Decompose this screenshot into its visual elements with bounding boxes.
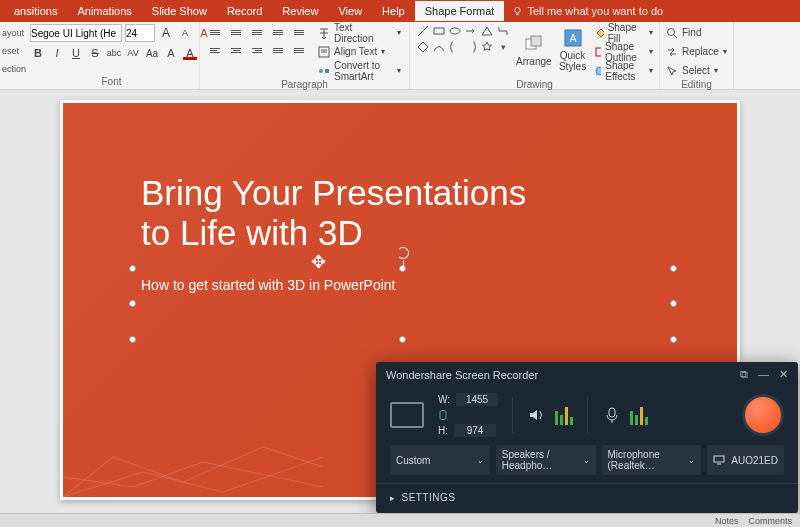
record-button[interactable] bbox=[742, 394, 784, 436]
highlight-button[interactable]: A bbox=[163, 44, 179, 62]
font-color-button[interactable]: A bbox=[182, 44, 198, 62]
lightbulb-icon bbox=[512, 6, 523, 17]
underline-button[interactable]: U bbox=[68, 44, 84, 62]
shape-connector-icon[interactable] bbox=[496, 24, 510, 38]
selection-handle[interactable] bbox=[129, 300, 136, 307]
numbering-button[interactable] bbox=[227, 24, 245, 40]
width-input[interactable] bbox=[456, 393, 498, 406]
quick-styles-button[interactable]: A Quick Styles bbox=[558, 24, 588, 76]
svg-point-0 bbox=[515, 7, 521, 13]
shapes-gallery[interactable]: ▾ bbox=[416, 24, 510, 54]
capture-dimensions: W: H: bbox=[438, 393, 498, 437]
selection-handle[interactable] bbox=[670, 265, 677, 272]
layout-panel-fragment: ayout eset ection bbox=[0, 22, 24, 80]
speaker-vu-meter bbox=[555, 405, 573, 425]
mic-device-select[interactable]: Microphone (Realtek…⌄ bbox=[602, 445, 702, 475]
increase-indent-button[interactable] bbox=[269, 24, 287, 40]
shape-rect-icon[interactable] bbox=[432, 24, 446, 38]
tell-me-search[interactable]: Tell me what you want to do bbox=[512, 5, 663, 17]
microphone-icon[interactable] bbox=[602, 405, 622, 425]
capture-area-button[interactable] bbox=[390, 402, 424, 428]
selection-handle[interactable] bbox=[670, 336, 677, 343]
align-center-button[interactable] bbox=[227, 42, 245, 58]
comments-button[interactable]: Comments bbox=[748, 516, 792, 526]
notes-button[interactable]: Notes bbox=[715, 516, 739, 526]
tab-view[interactable]: View bbox=[328, 1, 372, 21]
chevron-right-icon: ▸ bbox=[390, 493, 396, 503]
shape-curve-icon[interactable] bbox=[432, 40, 446, 54]
tab-help[interactable]: Help bbox=[372, 1, 415, 21]
tab-shape-format[interactable]: Shape Format bbox=[415, 1, 505, 21]
selection-handle[interactable] bbox=[129, 265, 136, 272]
mic-vu-meter bbox=[630, 405, 648, 425]
char-spacing-button[interactable]: AV bbox=[125, 44, 141, 62]
tab-slideshow[interactable]: Slide Show bbox=[142, 1, 217, 21]
shape-brace-icon[interactable] bbox=[448, 40, 462, 54]
screen-recorder-window[interactable]: Wondershare Screen Recorder ⧉ — ✕ W: H: … bbox=[376, 362, 798, 513]
speaker-icon[interactable] bbox=[527, 405, 547, 425]
align-right-button[interactable] bbox=[248, 42, 266, 58]
rotation-handle[interactable] bbox=[397, 247, 409, 259]
recorder-titlebar[interactable]: Wondershare Screen Recorder ⧉ — ✕ bbox=[376, 362, 798, 387]
arrange-button[interactable]: Arrange bbox=[516, 24, 552, 76]
change-case-button[interactable]: Aa bbox=[144, 44, 160, 62]
shape-star-icon[interactable] bbox=[480, 40, 494, 54]
shape-effects-button[interactable]: Shape Effects▾ bbox=[594, 62, 653, 79]
shape-diamond-icon[interactable] bbox=[416, 40, 430, 54]
recorder-settings-toggle[interactable]: ▸ SETTINGS bbox=[376, 483, 798, 513]
svg-point-5 bbox=[450, 28, 460, 34]
selection-handle[interactable] bbox=[670, 300, 677, 307]
replace-button[interactable]: Replace▾ bbox=[666, 43, 727, 60]
shape-triangle-icon[interactable] bbox=[480, 24, 494, 38]
line-spacing-button[interactable] bbox=[290, 24, 308, 40]
close-icon[interactable]: ✕ bbox=[779, 368, 788, 381]
text-direction-icon bbox=[318, 27, 330, 39]
find-button[interactable]: Find bbox=[666, 24, 727, 41]
svg-point-12 bbox=[668, 28, 675, 35]
strikethrough-button[interactable]: S bbox=[87, 44, 103, 62]
shape-fill-button[interactable]: Shape Fill▾ bbox=[594, 24, 653, 41]
status-bar: Notes Comments bbox=[0, 513, 800, 527]
decrease-font-icon[interactable]: A bbox=[177, 24, 193, 42]
text-shadow-button[interactable]: abc bbox=[106, 44, 122, 62]
align-text-button[interactable]: Align Text▾ bbox=[316, 43, 403, 60]
convert-smartart-button[interactable]: Convert to SmartArt▾ bbox=[316, 62, 403, 79]
height-input[interactable] bbox=[454, 424, 496, 437]
recorder-title: Wondershare Screen Recorder bbox=[386, 369, 538, 381]
shape-arrow-icon[interactable] bbox=[464, 24, 478, 38]
align-left-button[interactable] bbox=[206, 42, 224, 58]
display-select[interactable]: AUO21ED bbox=[707, 445, 784, 475]
shape-brace2-icon[interactable] bbox=[464, 40, 478, 54]
lock-aspect-icon[interactable] bbox=[438, 410, 448, 420]
bold-button[interactable]: B bbox=[30, 44, 46, 62]
decrease-indent-button[interactable] bbox=[248, 24, 266, 40]
tab-transitions[interactable]: ansitions bbox=[4, 1, 67, 21]
select-button[interactable]: Select▾ bbox=[666, 62, 727, 79]
selection-handle[interactable] bbox=[129, 336, 136, 343]
selection-handle[interactable] bbox=[399, 336, 406, 343]
arrange-icon bbox=[524, 34, 544, 54]
outline-icon bbox=[594, 46, 602, 58]
paragraph-group-label: Paragraph bbox=[206, 79, 403, 92]
subtitle-textbox[interactable]: How to get started with 3D in PowerPoint bbox=[133, 269, 673, 339]
capture-preset-select[interactable]: Custom⌄ bbox=[390, 445, 490, 475]
increase-font-icon[interactable]: A bbox=[158, 24, 174, 42]
justify-button[interactable] bbox=[269, 42, 287, 58]
tab-record[interactable]: Record bbox=[217, 1, 272, 21]
minimize-icon[interactable]: — bbox=[758, 368, 769, 381]
shape-outline-button[interactable]: Shape Outline▾ bbox=[594, 43, 653, 60]
tab-animations[interactable]: Animations bbox=[67, 1, 141, 21]
popout-icon[interactable]: ⧉ bbox=[740, 368, 748, 381]
italic-button[interactable]: I bbox=[49, 44, 65, 62]
tab-review[interactable]: Review bbox=[272, 1, 328, 21]
columns-button[interactable] bbox=[290, 42, 308, 58]
shape-ellipse-icon[interactable] bbox=[448, 24, 462, 38]
font-size-select[interactable] bbox=[125, 24, 155, 42]
text-direction-button[interactable]: Text Direction▾ bbox=[316, 24, 403, 41]
shape-more-icon[interactable]: ▾ bbox=[496, 40, 510, 54]
slide-title[interactable]: Bring Your Presentations to Life with 3D bbox=[141, 173, 526, 254]
shape-line-icon[interactable] bbox=[416, 24, 430, 38]
font-family-select[interactable] bbox=[30, 24, 122, 42]
bullets-button[interactable] bbox=[206, 24, 224, 40]
speaker-device-select[interactable]: Speakers / Headpho…⌄ bbox=[496, 445, 596, 475]
